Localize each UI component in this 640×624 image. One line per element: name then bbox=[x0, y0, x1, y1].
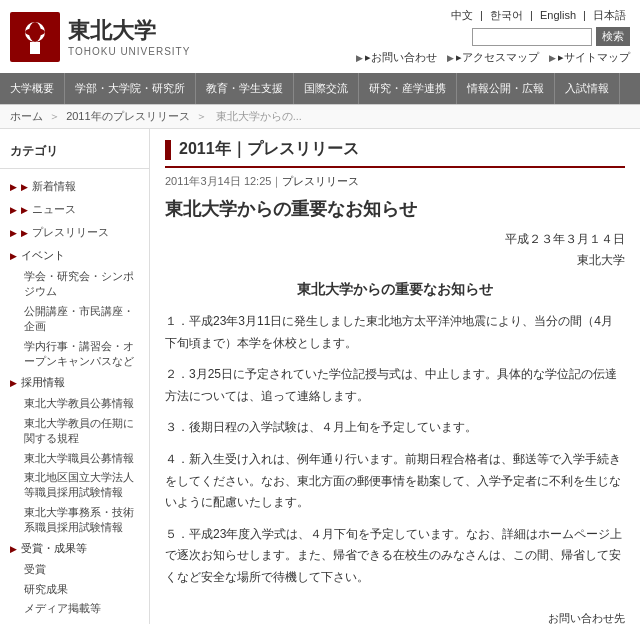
nav-item-research[interactable]: 研究・産学連携 bbox=[359, 73, 457, 104]
sidebar-link-staff-recruit[interactable]: 東北大学職員公募情報 bbox=[14, 449, 149, 468]
lang-ja[interactable]: 日本語 bbox=[593, 9, 626, 21]
utility-bar: ▸お問い合わせ ▸アクセスマップ ▸サイトマップ bbox=[356, 50, 630, 65]
content-area: 2011年｜プレスリリース 2011年3月14日 12:25｜プレスリリース 東… bbox=[150, 129, 640, 624]
svg-point-3 bbox=[25, 28, 45, 36]
access-link[interactable]: ▸アクセスマップ bbox=[447, 50, 539, 65]
article-para-4: ４．新入生受け入れは、例年通り行います。前期日程合格者は、郵送等で入学手続きをし… bbox=[165, 449, 625, 514]
main-nav: 大学概要 学部・大学院・研究所 教育・学生支援 国際交流 研究・産学連携 情報公… bbox=[0, 73, 640, 104]
sidebar-cat-students: 東北大学で学びたい方へ bbox=[0, 619, 149, 624]
article-para-1: １．平成23年3月11日に発生しました東北地方太平洋沖地震により、当分の間（4月… bbox=[165, 311, 625, 354]
sidebar-link-lecture[interactable]: 公開講座・市民講座・企画 bbox=[14, 302, 149, 337]
content-header: 2011年｜プレスリリース bbox=[165, 139, 625, 168]
article-meta-date: 2011年3月14日 12:25｜ bbox=[165, 175, 282, 187]
article-main-title: 東北大学からの重要なお知らせ bbox=[165, 197, 625, 221]
sidebar-link-press[interactable]: プレスリリース bbox=[21, 225, 109, 240]
sidebar-recruit-sub: 東北大学教員公募情報 東北大学教員の任期に関する規程 東北大学職員公募情報 東北… bbox=[0, 394, 149, 537]
sidebar-link-nws[interactable]: ニュース bbox=[21, 202, 76, 217]
section-title: 2011年｜プレスリリース bbox=[179, 139, 359, 160]
sidebar-recruit-toggle[interactable]: 採用情報 bbox=[0, 371, 149, 394]
header-top: 東北大学 TOHOKU UNIVERSITY 中文 | 한국어 | Englis… bbox=[0, 0, 640, 73]
article-meta: 2011年3月14日 12:25｜プレスリリース bbox=[165, 174, 625, 189]
breadcrumb-sep2: ＞ bbox=[196, 110, 210, 122]
article-para-5: ５．平成23年度入学式は、４月下旬を予定しています。なお、詳細はホームページ上で… bbox=[165, 524, 625, 589]
sidebar-link-symposium[interactable]: 学会・研究会・シンポジウム bbox=[14, 267, 149, 302]
sidebar-award-toggle[interactable]: 受賞・成果等 bbox=[0, 537, 149, 560]
lang-ko[interactable]: 한국어 bbox=[490, 9, 523, 21]
main-layout: カテゴリ 新着情報 ニュース プレスリリース イベント 学会・研究会・シンポジウ… bbox=[0, 129, 640, 624]
article-inner-title: 東北大学からの重要なお知らせ bbox=[165, 281, 625, 299]
nav-item-admission[interactable]: 入試情報 bbox=[555, 73, 620, 104]
breadcrumb: ホーム ＞ 2011年のプレスリリース ＞ 東北大学からの... bbox=[0, 105, 640, 129]
sidebar-link-research[interactable]: 研究成果 bbox=[14, 580, 149, 599]
nav-item-faculty[interactable]: 学部・大学院・研究所 bbox=[65, 73, 196, 104]
lang-sep2: | bbox=[530, 9, 536, 21]
lang-zh[interactable]: 中文 bbox=[451, 9, 473, 21]
search-button[interactable]: 検索 bbox=[596, 27, 630, 46]
sidebar-cat-award: 受賞・成果等 受賞 研究成果 メディア掲載等 bbox=[0, 537, 149, 618]
lang-sep1: | bbox=[480, 9, 486, 21]
lang-bar: 中文 | 한국어 | English | 日本語 bbox=[356, 8, 630, 23]
search-input[interactable] bbox=[472, 28, 592, 46]
sidebar-event-toggle[interactable]: イベント bbox=[0, 244, 149, 267]
sidebar-link-campus[interactable]: 学内行事・講習会・オープンキャンパスなど bbox=[14, 337, 149, 372]
sidebar-link-faculty-term[interactable]: 東北大学教員の任期に関する規程 bbox=[14, 414, 149, 449]
breadcrumb-current: 東北大学からの... bbox=[216, 110, 302, 122]
sidebar-award-sub: 受賞 研究成果 メディア掲載等 bbox=[0, 560, 149, 618]
breadcrumb-home[interactable]: ホーム bbox=[10, 110, 43, 122]
logo-icon bbox=[10, 12, 60, 62]
breadcrumb-sep1: ＞ bbox=[49, 110, 63, 122]
nav-item-education[interactable]: 教育・学生支援 bbox=[196, 73, 294, 104]
sidebar-link-award[interactable]: 受賞 bbox=[14, 560, 149, 579]
lang-sep3: | bbox=[583, 9, 589, 21]
article-body: １．平成23年3月11日に発生しました東北地方太平洋沖地震により、当分の間（4月… bbox=[165, 311, 625, 589]
article-para-3: ３．後期日程の入学試験は、４月上旬を予定しています。 bbox=[165, 417, 625, 439]
logo-text: 東北大学 TOHOKU UNIVERSITY bbox=[68, 16, 190, 57]
contact-link[interactable]: ▸お問い合わせ bbox=[356, 50, 437, 65]
search-bar: 検索 bbox=[356, 27, 630, 46]
nav-item-overview[interactable]: 大学概要 bbox=[0, 73, 65, 104]
footer-contact-label: お問い合わせ先 bbox=[165, 609, 625, 624]
header-right: 中文 | 한국어 | English | 日本語 検索 ▸お問い合わせ ▸アクセ… bbox=[356, 8, 630, 65]
sidebar-cat-event: イベント 学会・研究会・シンポジウム 公開講座・市民講座・企画 学内行事・講習会… bbox=[0, 244, 149, 371]
article-meta-cat[interactable]: プレスリリース bbox=[282, 175, 359, 187]
article-org-right: 東北大学 bbox=[165, 252, 625, 269]
nav-item-info[interactable]: 情報公開・広報 bbox=[457, 73, 555, 104]
logo-area: 東北大学 TOHOKU UNIVERSITY bbox=[10, 12, 190, 62]
sidebar-cat-press: プレスリリース bbox=[0, 221, 149, 244]
sidebar-link-news[interactable]: 新着情報 bbox=[21, 179, 76, 194]
article-footer: お問い合わせ先 東北大学総務部広報課 TEL：022－217－4815 FAX：… bbox=[165, 609, 625, 624]
nav-item-international[interactable]: 国際交流 bbox=[294, 73, 359, 104]
sidebar-cat-nws: ニュース bbox=[0, 198, 149, 221]
sitemap-link[interactable]: ▸サイトマップ bbox=[549, 50, 630, 65]
sidebar-title: カテゴリ bbox=[0, 139, 149, 169]
article-date-right: 平成２３年３月１４日 bbox=[165, 231, 625, 248]
logo-name-en: TOHOKU UNIVERSITY bbox=[68, 46, 190, 57]
breadcrumb-press[interactable]: 2011年のプレスリリース bbox=[66, 110, 189, 122]
lang-en[interactable]: English bbox=[540, 9, 576, 21]
sidebar-link-admin-recruit[interactable]: 東北大学事務系・技術系職員採用試験情報 bbox=[14, 503, 149, 538]
header: 東北大学 TOHOKU UNIVERSITY 中文 | 한국어 | Englis… bbox=[0, 0, 640, 105]
section-bar bbox=[165, 140, 171, 160]
sidebar-event-sub: 学会・研究会・シンポジウム 公開講座・市民講座・企画 学内行事・講習会・オープン… bbox=[0, 267, 149, 371]
sidebar: カテゴリ 新着情報 ニュース プレスリリース イベント 学会・研究会・シンポジウ… bbox=[0, 129, 150, 624]
sidebar-cat-recruit: 採用情報 東北大学教員公募情報 東北大学教員の任期に関する規程 東北大学職員公募… bbox=[0, 371, 149, 537]
sidebar-link-media[interactable]: メディア掲載等 bbox=[14, 599, 149, 618]
article-para-2: ２．3月25日に予定されていた学位記授与式は、中止します。具体的な学位記の伝達方… bbox=[165, 364, 625, 407]
sidebar-link-faculty-recruit[interactable]: 東北大学教員公募情報 bbox=[14, 394, 149, 413]
sidebar-cat-news: 新着情報 bbox=[0, 175, 149, 198]
sidebar-link-national-recruit[interactable]: 東北地区国立大学法人等職員採用試験情報 bbox=[14, 468, 149, 503]
svg-rect-4 bbox=[30, 42, 40, 54]
logo-name-jp: 東北大学 bbox=[68, 16, 190, 46]
